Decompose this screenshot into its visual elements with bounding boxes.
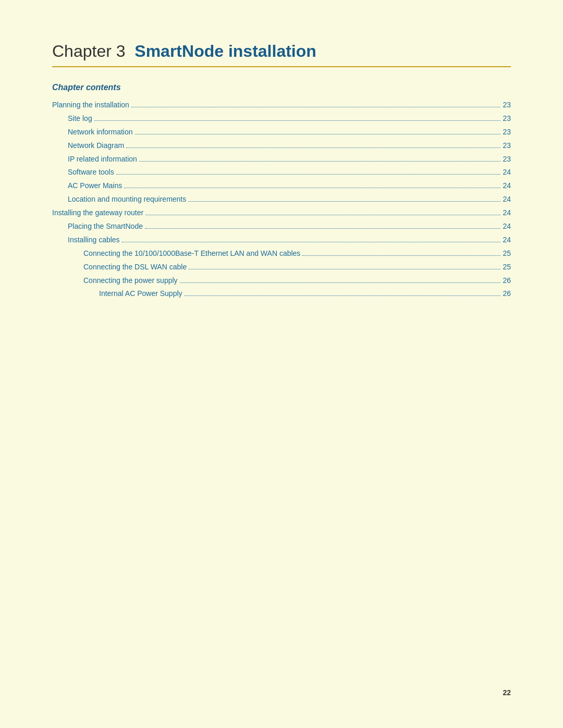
toc-label: Internal AC Power Supply <box>99 287 182 301</box>
table-of-contents: Chapter contents Planning the installati… <box>52 83 511 301</box>
chapter-header: Chapter 3 SmartNode installation <box>52 42 511 67</box>
toc-dots <box>189 269 500 269</box>
toc-item[interactable]: Site log23 <box>52 112 511 126</box>
toc-label: Installing cables <box>68 233 120 247</box>
toc-page: 26 <box>503 287 511 301</box>
page: Chapter 3 SmartNode installation Chapter… <box>0 0 563 728</box>
toc-page: 24 <box>503 206 511 220</box>
toc-label: Network information <box>68 126 133 139</box>
toc-page: 26 <box>503 274 511 288</box>
toc-item[interactable]: Connecting the power supply26 <box>52 274 511 288</box>
toc-label: Installing the gateway router <box>52 206 143 220</box>
toc-dots <box>94 120 501 121</box>
toc-label: Site log <box>68 112 92 126</box>
toc-page: 23 <box>503 139 511 153</box>
toc-item[interactable]: Network information23 <box>52 126 511 139</box>
toc-dots <box>116 174 501 175</box>
toc-dots <box>126 147 500 148</box>
toc-page: 24 <box>503 220 511 233</box>
toc-dots <box>180 282 501 283</box>
toc-page: 24 <box>503 166 511 179</box>
toc-page: 24 <box>503 233 511 247</box>
toc-dots <box>124 188 500 188</box>
toc-dots <box>131 107 501 107</box>
toc-item[interactable]: AC Power Mains24 <box>52 179 511 193</box>
toc-item[interactable]: Installing cables24 <box>52 233 511 247</box>
toc-item[interactable]: Placing the SmartNode24 <box>52 220 511 233</box>
toc-item[interactable]: Internal AC Power Supply26 <box>52 287 511 301</box>
toc-dots <box>135 134 501 134</box>
toc-label: Software tools <box>68 166 114 179</box>
toc-label: Connecting the 10/100/1000Base-T Etherne… <box>83 247 300 261</box>
toc-dots <box>185 295 501 296</box>
toc-item[interactable]: Connecting the DSL WAN cable25 <box>52 261 511 274</box>
toc-page: 25 <box>503 261 511 274</box>
toc-label: Location and mounting requirements <box>68 193 186 206</box>
toc-item[interactable]: Installing the gateway router24 <box>52 206 511 220</box>
toc-item[interactable]: Planning the installation23 <box>52 98 511 112</box>
toc-item[interactable]: Software tools24 <box>52 166 511 179</box>
toc-label: Connecting the power supply <box>83 274 178 288</box>
chapter-title: Chapter 3 SmartNode installation <box>52 42 511 61</box>
toc-label: Network Diagram <box>68 139 124 153</box>
toc-page: 23 <box>503 98 511 112</box>
toc-dots <box>139 161 501 162</box>
toc-dots <box>122 242 501 242</box>
toc-dots <box>302 255 500 256</box>
toc-item[interactable]: Connecting the 10/100/1000Base-T Etherne… <box>52 247 511 261</box>
chapter-prefix: Chapter 3 <box>52 42 126 60</box>
toc-page: 23 <box>503 153 511 166</box>
toc-label: Planning the installation <box>52 98 129 112</box>
toc-page: 23 <box>503 126 511 139</box>
chapter-title-bold: SmartNode installation <box>134 42 316 60</box>
toc-label: AC Power Mains <box>68 179 122 193</box>
toc-label: IP related information <box>68 153 137 166</box>
toc-item[interactable]: IP related information23 <box>52 153 511 166</box>
toc-page: 24 <box>503 193 511 206</box>
toc-label: Placing the SmartNode <box>68 220 143 233</box>
toc-dots <box>188 201 500 202</box>
toc-page: 24 <box>503 179 511 193</box>
toc-dots <box>145 228 500 229</box>
toc-item[interactable]: Network Diagram23 <box>52 139 511 153</box>
toc-page: 23 <box>503 112 511 126</box>
toc-label: Connecting the DSL WAN cable <box>83 261 187 274</box>
toc-item[interactable]: Location and mounting requirements24 <box>52 193 511 206</box>
toc-dots <box>145 215 500 215</box>
page-number: 22 <box>503 688 511 697</box>
chapter-contents-heading: Chapter contents <box>52 83 511 92</box>
toc-page: 25 <box>503 247 511 261</box>
